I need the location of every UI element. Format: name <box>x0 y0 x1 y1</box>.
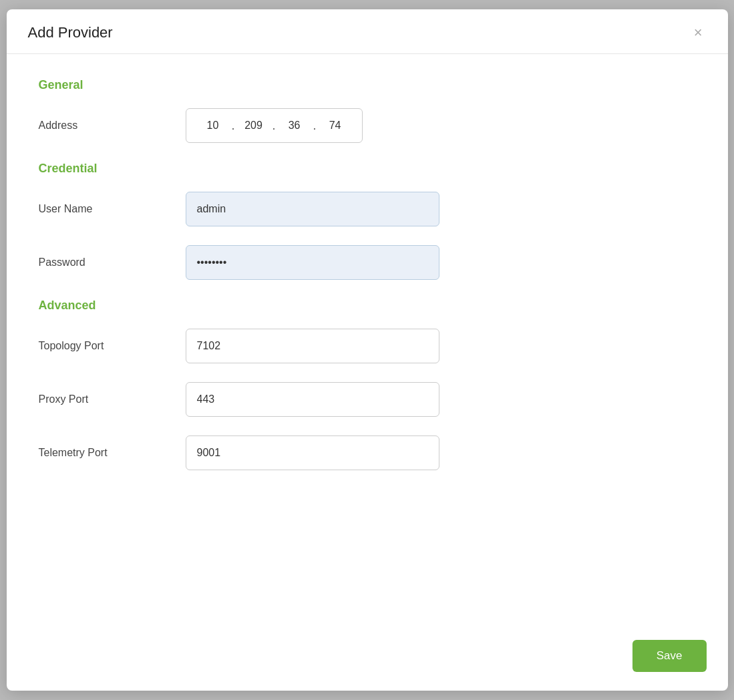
username-row: User Name <box>39 192 696 226</box>
general-section-label: General <box>39 78 696 92</box>
modal-overlay: Add Provider × General Address . . . <box>0 0 734 700</box>
password-row: Password <box>39 245 696 280</box>
ip-octet2[interactable] <box>238 120 270 132</box>
credential-section-label: Credential <box>39 162 696 176</box>
close-button[interactable]: × <box>690 24 707 41</box>
proxy-port-label: Proxy Port <box>39 393 186 405</box>
telemetry-port-label: Telemetry Port <box>39 447 186 459</box>
proxy-port-input[interactable] <box>186 382 439 417</box>
ip-octet1[interactable] <box>197 120 229 132</box>
address-row: Address . . . <box>39 108 696 143</box>
ip-octet3[interactable] <box>279 120 311 132</box>
save-button[interactable]: Save <box>632 640 707 672</box>
address-ip-input[interactable]: . . . <box>186 108 363 143</box>
password-input[interactable] <box>186 245 439 280</box>
address-label: Address <box>39 120 186 132</box>
ip-dot-1: . <box>232 119 235 133</box>
username-label: User Name <box>39 203 186 215</box>
username-input[interactable] <box>186 192 439 226</box>
topology-port-label: Topology Port <box>39 340 186 352</box>
advanced-section-label: Advanced <box>39 299 696 313</box>
modal-footer: Save <box>7 629 728 691</box>
topology-port-row: Topology Port <box>39 329 696 363</box>
proxy-port-row: Proxy Port <box>39 382 696 417</box>
telemetry-port-row: Telemetry Port <box>39 435 696 470</box>
modal-title: Add Provider <box>28 24 113 41</box>
topology-port-input[interactable] <box>186 329 439 363</box>
ip-octet4[interactable] <box>319 120 351 132</box>
ip-dot-3: . <box>313 119 317 133</box>
password-label: Password <box>39 256 186 269</box>
ip-dot-2: . <box>272 119 276 133</box>
telemetry-port-input[interactable] <box>186 435 439 470</box>
add-provider-modal: Add Provider × General Address . . . <box>7 9 728 691</box>
modal-header: Add Provider × <box>7 9 728 54</box>
modal-body: General Address . . . Credential User Na… <box>7 54 728 629</box>
